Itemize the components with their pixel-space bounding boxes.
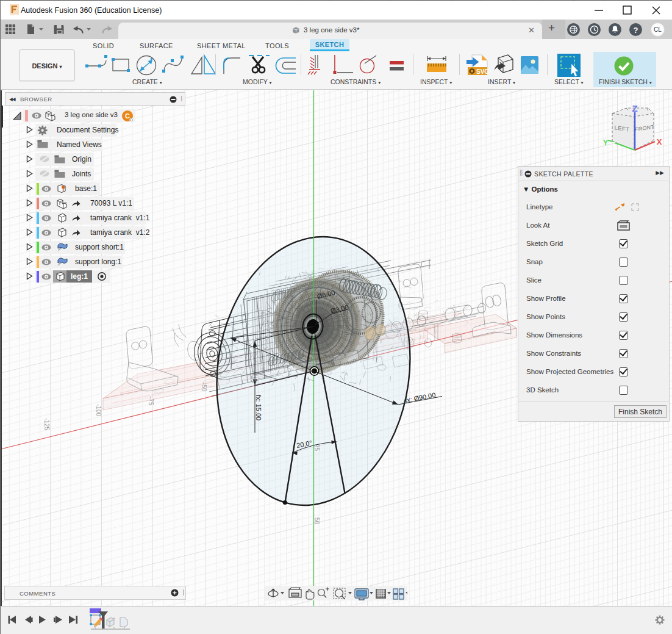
svg-text:C: C: [125, 112, 130, 120]
svg-text:25: 25: [250, 376, 257, 383]
svg-text:Z: Z: [632, 103, 637, 113]
svg-text:50: 50: [313, 517, 320, 525]
svg-text:Y: Y: [603, 138, 609, 147]
svg-text:-75: -75: [148, 397, 154, 406]
svg-text:-125: -125: [43, 418, 50, 430]
svg-text:?: ?: [634, 26, 638, 35]
svg-text:-50: -50: [201, 383, 207, 392]
svg-text:X: X: [657, 137, 662, 146]
svg-text:SVG: SVG: [476, 68, 489, 75]
svg-text:fx: 15.00: fx: 15.00: [255, 395, 262, 420]
svg-text:-100: -100: [95, 404, 102, 416]
svg-text:25: 25: [313, 444, 320, 452]
